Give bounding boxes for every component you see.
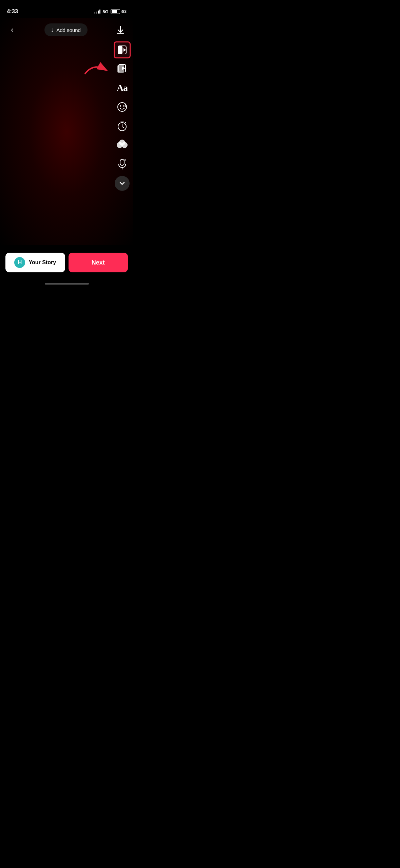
timer-tool-button[interactable] bbox=[114, 117, 131, 134]
svg-rect-2 bbox=[118, 46, 122, 54]
template-icon bbox=[117, 45, 127, 55]
right-tools-panel: Aa bbox=[114, 18, 131, 191]
back-chevron-icon: ‹ bbox=[11, 25, 13, 34]
timer-icon bbox=[117, 121, 128, 131]
status-bar: 4:33 5G 83 bbox=[0, 0, 133, 18]
battery-percent: 83 bbox=[122, 9, 127, 14]
avatar: H bbox=[14, 257, 25, 268]
signal-bars-icon bbox=[94, 10, 100, 14]
svg-point-9 bbox=[123, 105, 125, 107]
add-sound-button[interactable]: ♩ Add sound bbox=[44, 23, 88, 36]
text-tool-button[interactable]: Aa bbox=[114, 79, 131, 96]
color-filter-tool-button[interactable] bbox=[114, 137, 131, 153]
svg-rect-17 bbox=[120, 159, 124, 165]
svg-point-8 bbox=[120, 105, 121, 107]
home-bar bbox=[45, 283, 89, 285]
arrow-icon bbox=[82, 59, 110, 80]
text-tool-icon: Aa bbox=[117, 83, 128, 93]
arrow-indicator bbox=[82, 59, 110, 81]
next-label: Next bbox=[92, 259, 105, 266]
status-time: 4:33 bbox=[7, 8, 18, 15]
home-indicator bbox=[0, 278, 133, 289]
bottom-bar: H Your Story Next bbox=[0, 245, 133, 289]
next-button[interactable]: Next bbox=[69, 253, 128, 272]
battery-icon: 83 bbox=[111, 9, 127, 14]
bottom-buttons-row: H Your Story Next bbox=[0, 245, 133, 278]
svg-line-12 bbox=[122, 127, 124, 128]
more-tools-button[interactable] bbox=[115, 176, 130, 191]
sticker-icon bbox=[117, 102, 128, 112]
sticker-tool-button[interactable] bbox=[114, 98, 131, 115]
chevron-down-icon bbox=[119, 180, 125, 186]
svg-marker-3 bbox=[123, 48, 126, 52]
your-story-label: Your Story bbox=[28, 259, 56, 266]
color-filter-icon bbox=[116, 140, 128, 150]
voiceover-icon bbox=[117, 159, 127, 169]
network-label: 5G bbox=[102, 9, 108, 14]
template-tool-button[interactable] bbox=[114, 41, 131, 58]
status-right-group: 5G 83 bbox=[94, 9, 127, 14]
effects-icon bbox=[117, 64, 128, 74]
voiceover-tool-button[interactable] bbox=[114, 156, 131, 173]
add-sound-label: Add sound bbox=[56, 27, 81, 33]
effects-tool-button[interactable] bbox=[114, 60, 131, 77]
music-note-icon: ♩ bbox=[51, 27, 54, 33]
svg-point-16 bbox=[119, 140, 125, 146]
your-story-button[interactable]: H Your Story bbox=[5, 253, 65, 272]
back-button[interactable]: ‹ bbox=[5, 23, 19, 37]
